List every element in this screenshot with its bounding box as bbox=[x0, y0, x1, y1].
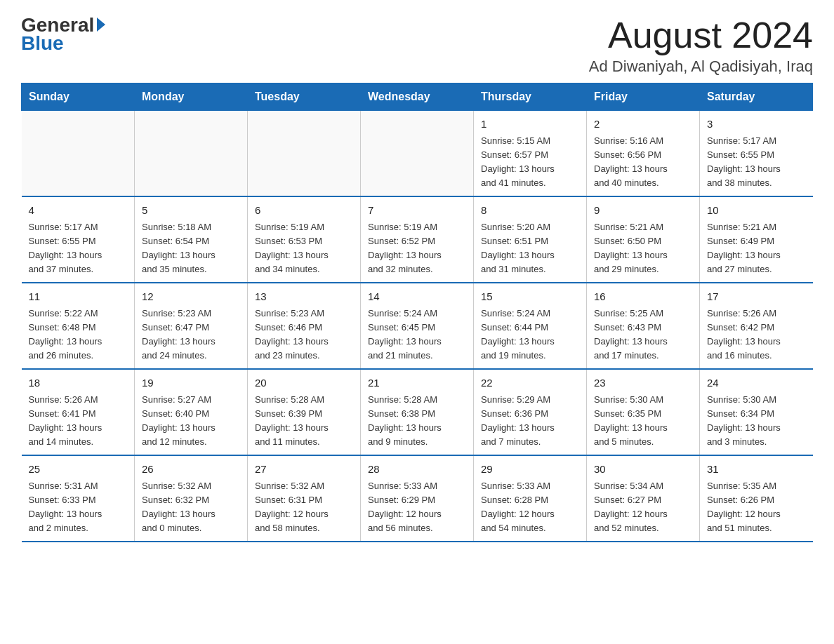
week-row-3: 11Sunrise: 5:22 AM Sunset: 6:48 PM Dayli… bbox=[22, 283, 813, 369]
day-info: Sunrise: 5:27 AM Sunset: 6:40 PM Dayligh… bbox=[142, 393, 240, 450]
day-number: 18 bbox=[29, 375, 128, 391]
col-header-saturday: Saturday bbox=[700, 83, 813, 111]
day-info: Sunrise: 5:19 AM Sunset: 6:52 PM Dayligh… bbox=[368, 220, 466, 277]
day-cell: 21Sunrise: 5:28 AM Sunset: 6:38 PM Dayli… bbox=[361, 369, 474, 455]
day-cell: 11Sunrise: 5:22 AM Sunset: 6:48 PM Dayli… bbox=[22, 283, 135, 369]
day-cell: 7Sunrise: 5:19 AM Sunset: 6:52 PM Daylig… bbox=[361, 196, 474, 283]
day-info: Sunrise: 5:21 AM Sunset: 6:50 PM Dayligh… bbox=[594, 220, 692, 277]
day-info: Sunrise: 5:25 AM Sunset: 6:43 PM Dayligh… bbox=[594, 307, 692, 363]
day-number: 5 bbox=[142, 203, 240, 219]
location-subtitle: Ad Diwaniyah, Al Qadisiyah, Iraq bbox=[589, 58, 813, 76]
day-cell: 20Sunrise: 5:28 AM Sunset: 6:39 PM Dayli… bbox=[248, 369, 361, 455]
day-info: Sunrise: 5:30 AM Sunset: 6:34 PM Dayligh… bbox=[707, 393, 806, 450]
day-info: Sunrise: 5:28 AM Sunset: 6:39 PM Dayligh… bbox=[255, 393, 353, 450]
day-number: 1 bbox=[481, 116, 579, 133]
day-info: Sunrise: 5:23 AM Sunset: 6:47 PM Dayligh… bbox=[142, 307, 240, 363]
col-header-tuesday: Tuesday bbox=[248, 83, 361, 111]
day-info: Sunrise: 5:33 AM Sunset: 6:29 PM Dayligh… bbox=[368, 479, 466, 536]
day-info: Sunrise: 5:21 AM Sunset: 6:49 PM Dayligh… bbox=[707, 220, 806, 277]
title-area: August 2024 Ad Diwaniyah, Al Qadisiyah, … bbox=[589, 14, 813, 76]
day-cell: 3Sunrise: 5:17 AM Sunset: 6:55 PM Daylig… bbox=[700, 111, 813, 197]
day-number: 23 bbox=[594, 375, 692, 391]
day-info: Sunrise: 5:15 AM Sunset: 6:57 PM Dayligh… bbox=[481, 134, 579, 191]
week-row-4: 18Sunrise: 5:26 AM Sunset: 6:41 PM Dayli… bbox=[22, 369, 813, 455]
logo-arrow-icon bbox=[97, 18, 105, 32]
day-info: Sunrise: 5:20 AM Sunset: 6:51 PM Dayligh… bbox=[481, 220, 579, 277]
day-cell: 4Sunrise: 5:17 AM Sunset: 6:55 PM Daylig… bbox=[22, 196, 135, 283]
day-info: Sunrise: 5:26 AM Sunset: 6:42 PM Dayligh… bbox=[707, 307, 806, 363]
day-number: 6 bbox=[255, 203, 353, 219]
day-cell: 25Sunrise: 5:31 AM Sunset: 6:33 PM Dayli… bbox=[22, 455, 135, 542]
day-cell: 26Sunrise: 5:32 AM Sunset: 6:32 PM Dayli… bbox=[135, 455, 248, 542]
day-number: 4 bbox=[29, 203, 128, 219]
calendar-table: SundayMondayTuesdayWednesdayThursdayFrid… bbox=[21, 83, 813, 542]
col-header-wednesday: Wednesday bbox=[361, 83, 474, 111]
day-info: Sunrise: 5:30 AM Sunset: 6:35 PM Dayligh… bbox=[594, 393, 692, 450]
day-number: 22 bbox=[481, 375, 579, 391]
day-number: 26 bbox=[142, 462, 240, 478]
day-info: Sunrise: 5:34 AM Sunset: 6:27 PM Dayligh… bbox=[594, 479, 692, 536]
day-info: Sunrise: 5:18 AM Sunset: 6:54 PM Dayligh… bbox=[142, 220, 240, 277]
logo-blue-text: Blue bbox=[21, 32, 64, 55]
day-cell bbox=[361, 111, 474, 197]
day-cell: 14Sunrise: 5:24 AM Sunset: 6:45 PM Dayli… bbox=[361, 283, 474, 369]
day-cell: 31Sunrise: 5:35 AM Sunset: 6:26 PM Dayli… bbox=[700, 455, 813, 542]
col-header-friday: Friday bbox=[587, 83, 700, 111]
col-header-thursday: Thursday bbox=[474, 83, 587, 111]
day-number: 20 bbox=[255, 375, 353, 391]
day-info: Sunrise: 5:32 AM Sunset: 6:31 PM Dayligh… bbox=[255, 479, 353, 536]
day-cell: 29Sunrise: 5:33 AM Sunset: 6:28 PM Dayli… bbox=[474, 455, 587, 542]
day-info: Sunrise: 5:31 AM Sunset: 6:33 PM Dayligh… bbox=[29, 479, 128, 536]
day-number: 13 bbox=[255, 289, 353, 305]
day-cell bbox=[135, 111, 248, 197]
week-row-1: 1Sunrise: 5:15 AM Sunset: 6:57 PM Daylig… bbox=[22, 111, 813, 197]
day-cell: 2Sunrise: 5:16 AM Sunset: 6:56 PM Daylig… bbox=[587, 111, 700, 197]
day-cell: 30Sunrise: 5:34 AM Sunset: 6:27 PM Dayli… bbox=[587, 455, 700, 542]
logo: General Blue bbox=[21, 14, 105, 55]
day-number: 9 bbox=[594, 203, 692, 219]
day-number: 24 bbox=[707, 375, 806, 391]
day-number: 7 bbox=[368, 203, 466, 219]
day-info: Sunrise: 5:29 AM Sunset: 6:36 PM Dayligh… bbox=[481, 393, 579, 450]
col-header-monday: Monday bbox=[135, 83, 248, 111]
day-info: Sunrise: 5:24 AM Sunset: 6:45 PM Dayligh… bbox=[368, 307, 466, 363]
col-header-sunday: Sunday bbox=[22, 83, 135, 111]
calendar-header-row: SundayMondayTuesdayWednesdayThursdayFrid… bbox=[22, 83, 813, 111]
header: General Blue August 2024 Ad Diwaniyah, A… bbox=[21, 14, 813, 76]
day-cell: 27Sunrise: 5:32 AM Sunset: 6:31 PM Dayli… bbox=[248, 455, 361, 542]
day-info: Sunrise: 5:33 AM Sunset: 6:28 PM Dayligh… bbox=[481, 479, 579, 536]
day-cell: 12Sunrise: 5:23 AM Sunset: 6:47 PM Dayli… bbox=[135, 283, 248, 369]
day-number: 30 bbox=[594, 462, 692, 478]
day-number: 25 bbox=[29, 462, 128, 478]
day-cell: 23Sunrise: 5:30 AM Sunset: 6:35 PM Dayli… bbox=[587, 369, 700, 455]
day-number: 3 bbox=[707, 116, 806, 133]
day-cell: 10Sunrise: 5:21 AM Sunset: 6:49 PM Dayli… bbox=[700, 196, 813, 283]
day-cell: 8Sunrise: 5:20 AM Sunset: 6:51 PM Daylig… bbox=[474, 196, 587, 283]
day-cell: 15Sunrise: 5:24 AM Sunset: 6:44 PM Dayli… bbox=[474, 283, 587, 369]
day-cell: 28Sunrise: 5:33 AM Sunset: 6:29 PM Dayli… bbox=[361, 455, 474, 542]
day-info: Sunrise: 5:32 AM Sunset: 6:32 PM Dayligh… bbox=[142, 479, 240, 536]
day-info: Sunrise: 5:23 AM Sunset: 6:46 PM Dayligh… bbox=[255, 307, 353, 363]
day-cell bbox=[22, 111, 135, 197]
day-number: 29 bbox=[481, 462, 579, 478]
day-info: Sunrise: 5:28 AM Sunset: 6:38 PM Dayligh… bbox=[368, 393, 466, 450]
day-info: Sunrise: 5:24 AM Sunset: 6:44 PM Dayligh… bbox=[481, 307, 579, 363]
day-number: 31 bbox=[707, 462, 806, 478]
day-cell: 16Sunrise: 5:25 AM Sunset: 6:43 PM Dayli… bbox=[587, 283, 700, 369]
day-number: 14 bbox=[368, 289, 466, 305]
day-number: 21 bbox=[368, 375, 466, 391]
day-number: 19 bbox=[142, 375, 240, 391]
day-cell: 6Sunrise: 5:19 AM Sunset: 6:53 PM Daylig… bbox=[248, 196, 361, 283]
day-cell: 19Sunrise: 5:27 AM Sunset: 6:40 PM Dayli… bbox=[135, 369, 248, 455]
day-info: Sunrise: 5:16 AM Sunset: 6:56 PM Dayligh… bbox=[594, 134, 692, 191]
day-cell: 9Sunrise: 5:21 AM Sunset: 6:50 PM Daylig… bbox=[587, 196, 700, 283]
day-number: 17 bbox=[707, 289, 806, 305]
day-cell: 24Sunrise: 5:30 AM Sunset: 6:34 PM Dayli… bbox=[700, 369, 813, 455]
day-number: 12 bbox=[142, 289, 240, 305]
day-number: 8 bbox=[481, 203, 579, 219]
day-info: Sunrise: 5:35 AM Sunset: 6:26 PM Dayligh… bbox=[707, 479, 806, 536]
day-number: 15 bbox=[481, 289, 579, 305]
month-year-title: August 2024 bbox=[589, 14, 813, 56]
day-cell: 1Sunrise: 5:15 AM Sunset: 6:57 PM Daylig… bbox=[474, 111, 587, 197]
day-number: 28 bbox=[368, 462, 466, 478]
